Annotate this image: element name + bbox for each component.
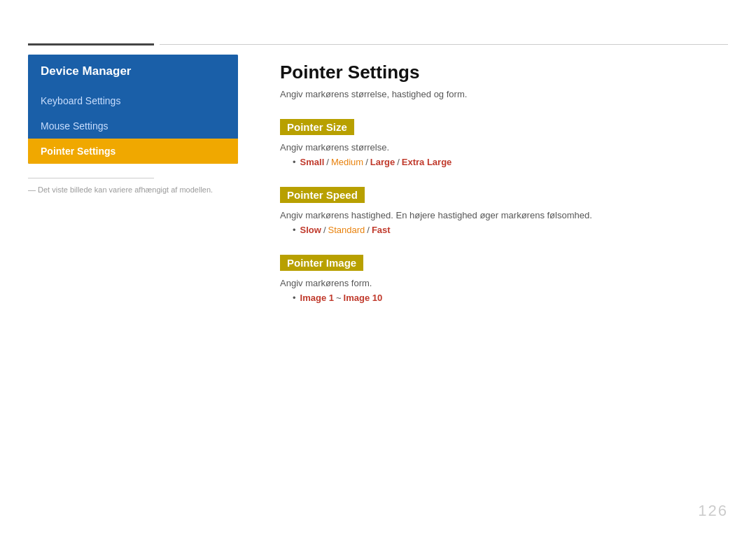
main-content: Pointer Settings Angiv markørens størrel… <box>280 55 728 506</box>
top-bar-dark-segment <box>28 43 154 45</box>
opt-standard: Standard <box>328 225 365 235</box>
sidebar-item-mouse[interactable]: Mouse Settings <box>28 113 238 139</box>
main-layout: Device Manager Keyboard Settings Mouse S… <box>28 55 728 506</box>
section-pointer-size: Pointer Size Angiv markørens størrelse. … <box>280 119 728 167</box>
section-options-pointer-image: • Image 1 ~ Image 10 <box>280 293 728 303</box>
section-desc-pointer-speed: Angiv markørens hastighed. En højere has… <box>280 210 728 220</box>
sep-2: / <box>365 157 368 167</box>
sidebar-divider <box>28 178 154 178</box>
section-pointer-image: Pointer Image Angiv markørens form. • Im… <box>280 255 728 303</box>
sidebar-item-keyboard[interactable]: Keyboard Settings <box>28 88 238 113</box>
sep-6: ~ <box>336 293 342 303</box>
sep-3: / <box>397 157 400 167</box>
page-number: 126 <box>698 502 728 520</box>
opt-image-1: Image 1 <box>300 293 334 303</box>
page-title: Pointer Settings <box>280 62 728 83</box>
bullet-pointer-speed: • <box>293 225 296 235</box>
opt-fast: Fast <box>372 225 391 235</box>
sidebar-title: Device Manager <box>28 55 238 88</box>
section-heading-pointer-image: Pointer Image <box>280 255 363 271</box>
sep-1: / <box>326 157 329 167</box>
sidebar: Device Manager Keyboard Settings Mouse S… <box>28 55 238 506</box>
section-heading-pointer-speed: Pointer Speed <box>280 187 365 203</box>
sidebar-note: ― Det viste billede kan variere afhængig… <box>28 185 238 194</box>
opt-image-10: Image 10 <box>344 293 383 303</box>
bullet-pointer-size: • <box>293 157 296 167</box>
opt-extra-large: Extra Large <box>402 157 452 167</box>
section-desc-pointer-image: Angiv markørens form. <box>280 278 728 288</box>
opt-slow: Slow <box>300 225 321 235</box>
top-bar-light-segment <box>160 44 728 45</box>
section-desc-pointer-size: Angiv markørens størrelse. <box>280 142 728 153</box>
section-options-pointer-speed: • Slow / Standard / Fast <box>280 225 728 235</box>
opt-medium: Medium <box>331 157 363 167</box>
opt-small: Small <box>300 157 325 167</box>
sep-4: / <box>323 225 326 235</box>
sidebar-item-pointer[interactable]: Pointer Settings <box>28 139 238 164</box>
section-heading-pointer-size: Pointer Size <box>280 119 354 135</box>
sep-5: / <box>367 225 370 235</box>
section-options-pointer-size: • Small / Medium / Large / Extra Large <box>280 157 728 167</box>
opt-large: Large <box>370 157 395 167</box>
bullet-pointer-image: • <box>293 293 296 303</box>
page-subtitle: Angiv markørens størrelse, hastighed og … <box>280 89 728 99</box>
section-pointer-speed: Pointer Speed Angiv markørens hastighed.… <box>280 187 728 235</box>
sidebar-menu: Device Manager Keyboard Settings Mouse S… <box>28 55 238 164</box>
top-bar <box>28 43 728 45</box>
